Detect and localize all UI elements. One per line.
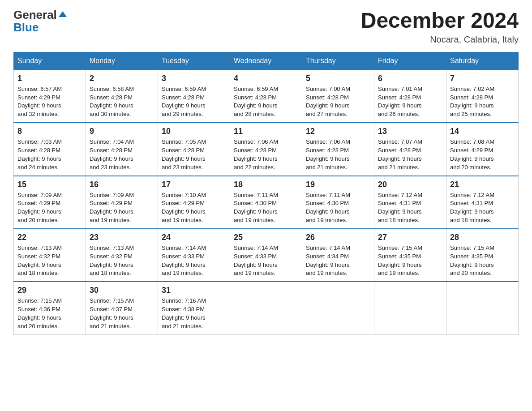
day-number: 25 [234, 233, 298, 242]
calendar-cell: 4Sunrise: 6:59 AMSunset: 4:28 PMDaylight… [230, 70, 302, 123]
day-info: Sunrise: 7:14 AMSunset: 4:33 PMDaylight:… [234, 244, 278, 277]
calendar-cell: 12Sunrise: 7:06 AMSunset: 4:28 PMDayligh… [302, 123, 374, 176]
logo-triangle-icon [59, 11, 67, 17]
day-number: 13 [378, 127, 442, 136]
day-info: Sunrise: 7:06 AMSunset: 4:28 PMDaylight:… [306, 138, 350, 171]
day-number: 7 [450, 74, 515, 83]
page-header: General Blue December 2024 Nocara, Calab… [13, 9, 519, 45]
day-number: 21 [450, 180, 515, 189]
day-number: 12 [306, 127, 370, 136]
calendar-week-row: 15Sunrise: 7:09 AMSunset: 4:29 PMDayligh… [14, 176, 519, 229]
calendar-cell [230, 282, 302, 334]
calendar-cell: 7Sunrise: 7:02 AMSunset: 4:28 PMDaylight… [446, 70, 519, 123]
day-number: 28 [450, 233, 515, 242]
day-number: 31 [162, 286, 226, 295]
calendar-header-friday: Friday [374, 52, 446, 70]
calendar-cell: 31Sunrise: 7:16 AMSunset: 4:38 PMDayligh… [158, 282, 230, 334]
logo-blue-text: Blue [13, 21, 39, 33]
day-info: Sunrise: 7:04 AMSunset: 4:28 PMDaylight:… [90, 138, 134, 171]
day-info: Sunrise: 7:03 AMSunset: 4:28 PMDaylight:… [17, 138, 62, 171]
day-info: Sunrise: 7:06 AMSunset: 4:28 PMDaylight:… [234, 138, 278, 171]
calendar-cell: 23Sunrise: 7:13 AMSunset: 4:32 PMDayligh… [86, 229, 158, 282]
calendar-cell: 20Sunrise: 7:12 AMSunset: 4:31 PMDayligh… [374, 176, 446, 229]
calendar-cell: 16Sunrise: 7:09 AMSunset: 4:29 PMDayligh… [86, 176, 158, 229]
day-number: 20 [378, 180, 442, 189]
day-number: 14 [450, 127, 515, 136]
day-info: Sunrise: 7:10 AMSunset: 4:29 PMDaylight:… [162, 192, 206, 224]
day-info: Sunrise: 7:13 AMSunset: 4:32 PMDaylight:… [17, 244, 62, 277]
day-info: Sunrise: 7:12 AMSunset: 4:31 PMDaylight:… [378, 192, 422, 224]
day-info: Sunrise: 7:11 AMSunset: 4:30 PMDaylight:… [306, 192, 350, 224]
day-info: Sunrise: 6:59 AMSunset: 4:28 PMDaylight:… [162, 86, 206, 118]
calendar-cell: 9Sunrise: 7:04 AMSunset: 4:28 PMDaylight… [86, 123, 158, 176]
day-number: 2 [90, 74, 154, 83]
calendar-cell: 30Sunrise: 7:15 AMSunset: 4:37 PMDayligh… [86, 282, 158, 334]
day-number: 16 [90, 180, 154, 189]
calendar-cell [446, 282, 519, 334]
day-number: 8 [17, 127, 82, 136]
day-info: Sunrise: 6:59 AMSunset: 4:28 PMDaylight:… [234, 86, 278, 118]
calendar-title-area: December 2024 Nocara, Calabria, Italy [361, 9, 519, 45]
day-number: 26 [306, 233, 370, 242]
day-number: 27 [378, 233, 442, 242]
calendar-header-saturday: Saturday [446, 52, 519, 70]
day-info: Sunrise: 7:08 AMSunset: 4:29 PMDaylight:… [450, 138, 494, 171]
day-number: 10 [162, 127, 226, 136]
day-info: Sunrise: 6:58 AMSunset: 4:28 PMDaylight:… [90, 86, 134, 118]
calendar-cell: 14Sunrise: 7:08 AMSunset: 4:29 PMDayligh… [446, 123, 519, 176]
day-number: 30 [90, 286, 154, 295]
calendar-cell: 25Sunrise: 7:14 AMSunset: 4:33 PMDayligh… [230, 229, 302, 282]
day-info: Sunrise: 7:13 AMSunset: 4:32 PMDaylight:… [90, 244, 134, 277]
day-number: 29 [17, 286, 82, 295]
day-info: Sunrise: 7:11 AMSunset: 4:30 PMDaylight:… [234, 192, 278, 224]
calendar-week-row: 22Sunrise: 7:13 AMSunset: 4:32 PMDayligh… [14, 229, 519, 282]
calendar-cell: 11Sunrise: 7:06 AMSunset: 4:28 PMDayligh… [230, 123, 302, 176]
calendar-cell: 21Sunrise: 7:12 AMSunset: 4:31 PMDayligh… [446, 176, 519, 229]
calendar-cell: 24Sunrise: 7:14 AMSunset: 4:33 PMDayligh… [158, 229, 230, 282]
calendar-header-wednesday: Wednesday [230, 52, 302, 70]
day-info: Sunrise: 7:15 AMSunset: 4:37 PMDaylight:… [90, 297, 134, 330]
day-info: Sunrise: 7:15 AMSunset: 4:36 PMDaylight:… [17, 297, 62, 330]
calendar-cell: 5Sunrise: 7:00 AMSunset: 4:28 PMDaylight… [302, 70, 374, 123]
calendar-cell: 15Sunrise: 7:09 AMSunset: 4:29 PMDayligh… [14, 176, 86, 229]
day-info: Sunrise: 7:01 AMSunset: 4:28 PMDaylight:… [378, 86, 422, 118]
calendar-cell [374, 282, 446, 334]
day-info: Sunrise: 7:14 AMSunset: 4:34 PMDaylight:… [306, 244, 350, 277]
logo: General Blue [13, 9, 67, 33]
day-info: Sunrise: 7:12 AMSunset: 4:31 PMDaylight:… [450, 192, 494, 224]
day-number: 18 [234, 180, 298, 189]
calendar-cell: 17Sunrise: 7:10 AMSunset: 4:29 PMDayligh… [158, 176, 230, 229]
day-info: Sunrise: 7:09 AMSunset: 4:29 PMDaylight:… [90, 192, 134, 224]
day-info: Sunrise: 7:15 AMSunset: 4:35 PMDaylight:… [378, 244, 422, 277]
day-number: 11 [234, 127, 298, 136]
day-number: 15 [17, 180, 82, 189]
day-info: Sunrise: 7:00 AMSunset: 4:28 PMDaylight:… [306, 86, 350, 118]
day-info: Sunrise: 7:09 AMSunset: 4:29 PMDaylight:… [17, 192, 62, 224]
calendar-header-thursday: Thursday [302, 52, 374, 70]
day-info: Sunrise: 7:14 AMSunset: 4:33 PMDaylight:… [162, 244, 206, 277]
calendar-week-row: 1Sunrise: 6:57 AMSunset: 4:29 PMDaylight… [14, 70, 519, 123]
calendar-cell: 8Sunrise: 7:03 AMSunset: 4:28 PMDaylight… [14, 123, 86, 176]
day-number: 3 [162, 74, 226, 83]
day-number: 6 [378, 74, 442, 83]
calendar-cell: 22Sunrise: 7:13 AMSunset: 4:32 PMDayligh… [14, 229, 86, 282]
logo-general-text: General [13, 9, 57, 21]
day-number: 17 [162, 180, 226, 189]
calendar-cell: 2Sunrise: 6:58 AMSunset: 4:28 PMDaylight… [86, 70, 158, 123]
calendar-cell: 19Sunrise: 7:11 AMSunset: 4:30 PMDayligh… [302, 176, 374, 229]
calendar-cell: 10Sunrise: 7:05 AMSunset: 4:28 PMDayligh… [158, 123, 230, 176]
calendar-cell: 18Sunrise: 7:11 AMSunset: 4:30 PMDayligh… [230, 176, 302, 229]
day-info: Sunrise: 7:02 AMSunset: 4:28 PMDaylight:… [450, 86, 494, 118]
day-info: Sunrise: 6:57 AMSunset: 4:29 PMDaylight:… [17, 86, 62, 118]
calendar-cell: 1Sunrise: 6:57 AMSunset: 4:29 PMDaylight… [14, 70, 86, 123]
calendar-cell [302, 282, 374, 334]
day-number: 19 [306, 180, 370, 189]
calendar-cell: 28Sunrise: 7:15 AMSunset: 4:35 PMDayligh… [446, 229, 519, 282]
calendar-header-sunday: Sunday [14, 52, 86, 70]
calendar-subtitle: Nocara, Calabria, Italy [361, 34, 519, 45]
calendar-week-row: 8Sunrise: 7:03 AMSunset: 4:28 PMDaylight… [14, 123, 519, 176]
day-number: 24 [162, 233, 226, 242]
calendar-title: December 2024 [361, 9, 519, 33]
calendar-header-monday: Monday [86, 52, 158, 70]
day-number: 5 [306, 74, 370, 83]
